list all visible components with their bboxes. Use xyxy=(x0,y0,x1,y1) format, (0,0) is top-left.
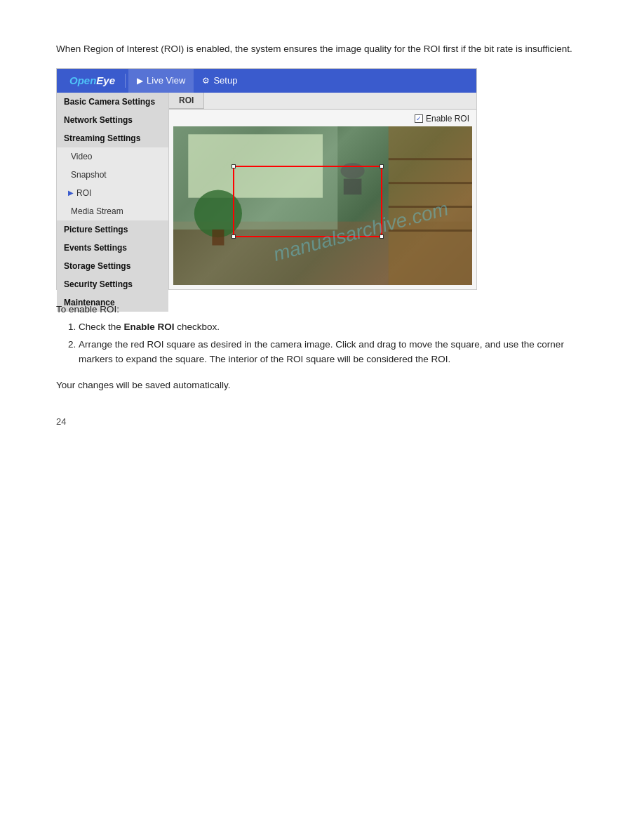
live-view-icon: ▶ xyxy=(137,76,143,86)
nav-live-view-label: Live View xyxy=(147,75,185,86)
sidebar-item-media-stream[interactable]: Media Stream xyxy=(57,202,168,220)
roi-handle-br[interactable] xyxy=(380,234,384,239)
steps-list: Check the Enable ROI checkbox. Arrange t… xyxy=(56,320,588,367)
sidebar-item-security[interactable]: Security Settings xyxy=(57,275,168,293)
enable-roi-label: Enable ROI xyxy=(426,114,469,124)
svg-rect-5 xyxy=(389,182,472,184)
content-panel: ROI ✓ Enable ROI xyxy=(169,93,476,289)
nav-setup[interactable]: ⚙ Setup xyxy=(194,69,246,93)
camera-image: manualsarchive.com xyxy=(173,126,472,285)
roi-rectangle xyxy=(233,166,382,237)
roi-handle-tr[interactable] xyxy=(380,164,384,168)
enable-roi-row: ✓ Enable ROI xyxy=(173,114,472,124)
nav-live-view[interactable]: ▶ Live View xyxy=(128,69,194,93)
sidebar-item-snapshot[interactable]: Snapshot xyxy=(57,166,168,184)
sidebar: Basic Camera Settings Network Settings S… xyxy=(57,93,169,289)
sidebar-item-basic-camera[interactable]: Basic Camera Settings xyxy=(57,93,168,111)
svg-rect-6 xyxy=(389,206,472,208)
logo: OpenEye xyxy=(62,69,122,93)
ui-screenshot: OpenEye ▶ Live View ⚙ Setup Basic Camera… xyxy=(56,68,477,290)
ui-body: Basic Camera Settings Network Settings S… xyxy=(57,93,476,289)
nav-divider xyxy=(125,74,126,88)
sidebar-item-storage[interactable]: Storage Settings xyxy=(57,257,168,275)
step-1-bold: Enable ROI xyxy=(124,322,175,332)
setup-icon: ⚙ xyxy=(202,76,210,86)
tab-bar: ROI xyxy=(169,93,476,110)
svg-rect-4 xyxy=(389,158,472,160)
intro-paragraph: When Region of Interest (ROI) is enabled… xyxy=(56,42,588,57)
sidebar-item-picture-settings[interactable]: Picture Settings xyxy=(57,220,168,239)
step-1: Check the Enable ROI checkbox. xyxy=(79,320,588,335)
sidebar-item-roi[interactable]: ▶ ROI xyxy=(57,184,168,202)
page-container: When Region of Interest (ROI) is enabled… xyxy=(0,0,644,446)
roi-handle-tl[interactable] xyxy=(232,164,236,168)
camera-background: manualsarchive.com xyxy=(173,126,472,285)
nav-bar: OpenEye ▶ Live View ⚙ Setup xyxy=(57,69,476,93)
svg-rect-9 xyxy=(212,230,224,246)
steps-section: To enable ROI: Check the Enable ROI chec… xyxy=(56,304,588,367)
roi-tab[interactable]: ROI xyxy=(169,93,204,109)
page-number: 24 xyxy=(56,416,66,427)
svg-rect-7 xyxy=(389,230,472,232)
logo-open: Open xyxy=(69,74,96,86)
sidebar-item-video[interactable]: Video xyxy=(57,147,168,166)
sidebar-item-streaming[interactable]: Streaming Settings xyxy=(57,129,168,147)
nav-setup-label: Setup xyxy=(213,75,237,86)
roi-handle-bl[interactable] xyxy=(232,234,236,239)
step-2: Arrange the red ROI square as desired in… xyxy=(79,338,588,367)
logo-eye: Eye xyxy=(96,74,115,86)
enable-roi-checkbox[interactable]: ✓ xyxy=(415,114,423,123)
auto-save-text: Your changes will be saved automatically… xyxy=(56,378,588,393)
roi-arrow-icon: ▶ xyxy=(68,189,74,197)
sidebar-item-network[interactable]: Network Settings xyxy=(57,111,168,129)
camera-view-wrapper: ✓ Enable ROI xyxy=(169,110,476,289)
sidebar-item-events[interactable]: Events Settings xyxy=(57,239,168,257)
